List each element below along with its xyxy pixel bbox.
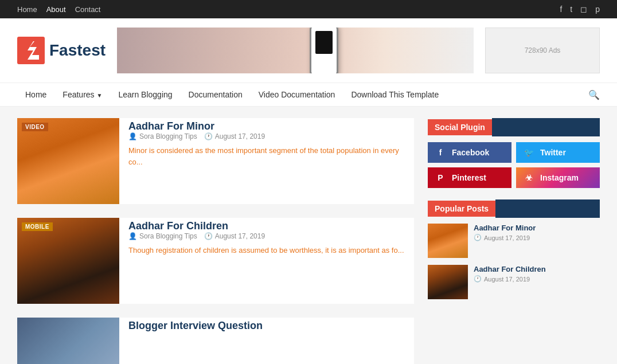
instagram-button[interactable]: ☣ Instagram	[516, 167, 600, 188]
post-thumbnail: VIDEO	[17, 118, 119, 204]
facebook-label: Facebook	[452, 148, 489, 157]
sidebar-title-bar	[495, 199, 600, 218]
post-meta: 👤 Sora Blogging Tips 🕐 August 17, 2019	[128, 232, 414, 240]
social-grid: f Facebook 🐦 Twitter P Pinterest ☣ Insta…	[428, 142, 600, 188]
popular-post-title: Aadhar For Children	[474, 265, 546, 273]
pinterest-icon: P	[435, 172, 446, 183]
popular-post-item: Aadhar For Children 🕐 August 17, 2019	[428, 265, 600, 299]
dropdown-arrow-icon: ▼	[97, 92, 103, 99]
twitter-label: Twitter	[540, 148, 566, 157]
popular-posts-section: Popular Posts Aadhar For Minor 🕐 August …	[428, 199, 600, 299]
post-date: August 17, 2019	[215, 132, 265, 140]
nav-home-main[interactable]: Home	[17, 83, 54, 106]
social-plugin-section: Social Plugin f Facebook 🐦 Twitter P Pin…	[428, 118, 600, 188]
popular-post-item: Aadhar For Minor 🕐 August 17, 2019	[428, 224, 600, 258]
site-header: Fastest 728x90 Ads	[0, 18, 617, 83]
ads-banner: 728x90 Ads	[485, 28, 600, 73]
post-author: Sora Blogging Tips	[139, 232, 197, 240]
logo-icon	[17, 37, 45, 64]
popular-post-info: Aadhar For Children 🕐 August 17, 2019	[474, 265, 546, 283]
post-card-partial: Blogger Interview Question	[17, 318, 414, 364]
post-title[interactable]: Aadhar For Children	[128, 220, 228, 232]
top-nav: Home About Contact	[17, 5, 100, 14]
nav-home[interactable]: Home	[17, 5, 37, 14]
author-icon: 👤	[128, 232, 137, 240]
social-icons-topbar: f t ◻ p	[560, 5, 600, 14]
instagram-icon-top[interactable]: ◻	[580, 5, 587, 14]
post-thumbnail: MOBILE	[17, 218, 119, 304]
instagram-label: Instagram	[540, 173, 579, 182]
post-date: August 17, 2019	[215, 232, 265, 240]
nav-contact[interactable]: Contact	[75, 5, 101, 14]
post-excerpt: Minor is considered as the most importan…	[128, 145, 414, 167]
top-bar: Home About Contact f t ◻ p	[0, 0, 617, 18]
popular-post-info: Aadhar For Minor 🕐 August 17, 2019	[474, 224, 536, 241]
post-excerpt: Though registration of children is assum…	[128, 245, 414, 256]
post-meta: 👤 Sora Blogging Tips 🕐 August 17, 2019	[128, 132, 414, 140]
instagram-icon: ☣	[523, 172, 534, 183]
nav-video-docs[interactable]: Video Documentation	[251, 83, 343, 106]
pinterest-button[interactable]: P Pinterest	[428, 167, 511, 188]
nav-learn-blogging[interactable]: Learn Blogging	[110, 83, 180, 106]
search-icon[interactable]: 🔍	[588, 89, 600, 100]
post-title[interactable]: Blogger Interview Question	[128, 320, 263, 331]
author-icon: 👤	[128, 132, 137, 140]
facebook-button[interactable]: f Facebook	[428, 142, 511, 163]
popular-post-thumbnail	[428, 265, 468, 299]
site-logo: Fastest	[17, 37, 106, 64]
nav-about[interactable]: About	[46, 5, 66, 14]
main-navigation: Home Features ▼ Learn Blogging Documenta…	[0, 83, 617, 107]
clock-icon: 🕐	[204, 232, 213, 240]
post-info: Aadhar For Minor 👤 Sora Blogging Tips 🕐 …	[128, 118, 414, 204]
main-nav-links: Home Features ▼ Learn Blogging Documenta…	[17, 83, 447, 106]
nav-download-template[interactable]: Download This Template	[343, 83, 447, 106]
clock-icon-small: 🕐	[474, 275, 482, 283]
popular-posts-header: Popular Posts	[428, 199, 600, 218]
popular-post-title: Aadhar For Minor	[474, 224, 536, 232]
post-info: Aadhar For Children 👤 Sora Blogging Tips…	[128, 218, 414, 304]
post-card: VIDEO Aadhar For Minor 👤 Sora Blogging T…	[17, 118, 414, 204]
pinterest-label: Pinterest	[452, 173, 486, 182]
popular-posts-title: Popular Posts	[428, 201, 495, 217]
popular-post-date: 🕐 August 17, 2019	[474, 234, 536, 241]
popular-post-date: 🕐 August 17, 2019	[474, 275, 546, 283]
nav-features-main[interactable]: Features ▼	[54, 83, 110, 106]
post-title[interactable]: Aadhar For Minor	[128, 120, 214, 132]
facebook-icon-top[interactable]: f	[560, 5, 562, 14]
clock-icon: 🕐	[204, 132, 213, 140]
post-badge-video: VIDEO	[22, 123, 48, 131]
main-content: VIDEO Aadhar For Minor 👤 Sora Blogging T…	[17, 118, 414, 364]
site-name: Fastest	[49, 41, 106, 60]
sidebar-title-bar	[492, 118, 600, 136]
social-plugin-title: Social Plugin	[428, 119, 492, 135]
pinterest-icon-top[interactable]: p	[595, 5, 600, 14]
social-plugin-header: Social Plugin	[428, 118, 600, 136]
post-badge-mobile: MOBILE	[22, 222, 53, 231]
clock-icon-small: 🕐	[474, 234, 482, 241]
popular-post-thumbnail	[428, 224, 468, 258]
sidebar: Social Plugin f Facebook 🐦 Twitter P Pin…	[428, 118, 600, 364]
post-card: MOBILE Aadhar For Children 👤 Sora Bloggi…	[17, 218, 414, 304]
twitter-icon-top[interactable]: t	[570, 5, 572, 14]
nav-documentation[interactable]: Documentation	[181, 83, 251, 106]
facebook-icon: f	[435, 147, 446, 158]
twitter-button[interactable]: 🐦 Twitter	[516, 142, 600, 163]
content-wrapper: VIDEO Aadhar For Minor 👤 Sora Blogging T…	[0, 107, 617, 364]
header-banner	[117, 28, 474, 73]
twitter-icon: 🐦	[523, 147, 534, 158]
post-thumbnail	[17, 318, 119, 364]
post-info: Blogger Interview Question	[128, 318, 414, 364]
post-author: Sora Blogging Tips	[139, 132, 197, 140]
